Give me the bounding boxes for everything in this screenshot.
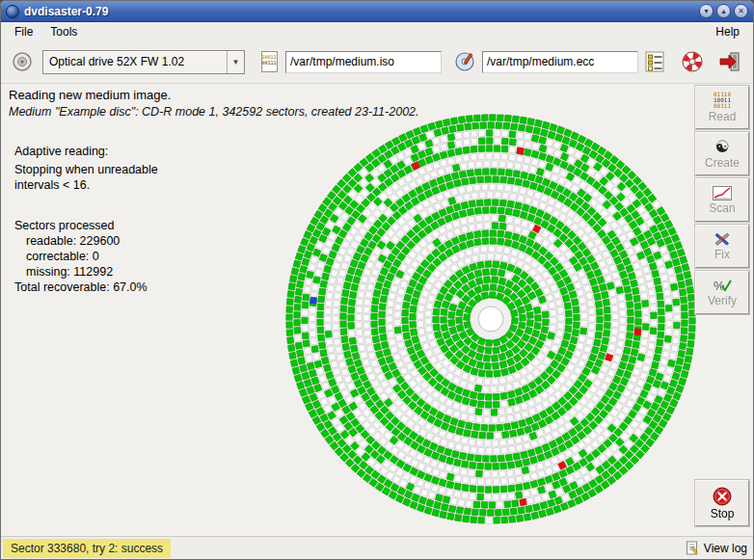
- main-content: Reading new medium image. Medium "Exampl…: [1, 84, 753, 536]
- lifesaver-icon: [681, 50, 704, 73]
- iso-file-icon: 10011 00111: [256, 48, 282, 75]
- preferences-button[interactable]: [640, 47, 669, 76]
- drive-icon: [11, 50, 34, 73]
- stopping-condition-line2: intervals < 16.: [14, 177, 158, 193]
- svg-text:%: %: [714, 279, 725, 293]
- disc-sector-visualization: [276, 104, 706, 534]
- drive-combobox[interactable]: Optical drive 52X FW 1.02 ▼: [42, 50, 245, 74]
- sectors-missing: missing: 112992: [14, 264, 158, 280]
- stop-icon: [713, 487, 732, 506]
- preferences-icon: [644, 50, 665, 73]
- sectors-processed-label: Sectors processed: [14, 218, 158, 233]
- app-window: dvdisaster-0.79 ▾ ▴ ✕ File Tools Help Op…: [0, 0, 754, 560]
- titlebar[interactable]: dvdisaster-0.79 ▾ ▴ ✕: [1, 1, 753, 22]
- chevron-down-icon: ▼: [227, 51, 244, 73]
- menu-file[interactable]: File: [10, 24, 38, 40]
- window-title: dvdisaster-0.79: [24, 5, 108, 18]
- scan-button[interactable]: Scan: [695, 178, 749, 222]
- fix-button[interactable]: Fix: [695, 225, 749, 268]
- drive-combobox-value: Optical drive 52X FW 1.02: [43, 55, 227, 68]
- verify-button[interactable]: % Verify: [695, 271, 749, 314]
- scan-icon: [713, 186, 732, 200]
- close-button[interactable]: ✕: [734, 4, 748, 18]
- view-log-label: View log: [704, 542, 747, 555]
- quit-icon: [718, 50, 741, 73]
- toolbar: Optical drive 52X FW 1.02 ▼ 10011 00111: [1, 40, 753, 84]
- quit-button[interactable]: [715, 47, 744, 76]
- iso-path-input[interactable]: [285, 51, 442, 73]
- status-message: Sector 333680, try 2: success: [3, 539, 171, 558]
- stopping-condition-line1: Stopping when unreadable: [14, 162, 158, 177]
- verify-icon: %: [713, 278, 732, 293]
- fix-icon: [714, 231, 731, 247]
- ecc-path-input[interactable]: [482, 51, 638, 73]
- sectors-correctable: correctable: 0: [14, 249, 158, 264]
- read-button[interactable]: 01110 10011 00111 Read: [695, 86, 749, 129]
- reading-info-panel: Adaptive reading: Stopping when unreadab…: [14, 144, 158, 295]
- menubar: File Tools Help: [1, 22, 753, 40]
- status-headline: Reading new medium image.: [9, 88, 753, 102]
- create-button[interactable]: ☯ Create: [695, 132, 749, 175]
- menu-tools[interactable]: Tools: [45, 24, 82, 40]
- minimize-button[interactable]: ▾: [699, 4, 714, 18]
- help-button[interactable]: [678, 47, 707, 76]
- adaptive-reading-label: Adaptive reading:: [14, 144, 158, 159]
- total-recoverable: Total recoverable: 67.0%: [14, 280, 158, 295]
- create-icon: ☯: [714, 139, 729, 155]
- log-icon: [686, 541, 700, 555]
- read-icon: 01110 10011 00111: [714, 92, 731, 109]
- ecc-file-icon: [453, 48, 478, 75]
- sectors-readable: readable: 229600: [14, 233, 158, 249]
- maximize-button[interactable]: ▴: [716, 4, 731, 18]
- view-log-button[interactable]: View log: [686, 541, 747, 555]
- menu-help[interactable]: Help: [711, 24, 744, 40]
- drive-select-button[interactable]: [8, 47, 37, 76]
- app-icon: [6, 5, 19, 18]
- stop-button[interactable]: Stop: [695, 480, 749, 526]
- action-sidebar: 01110 10011 00111 Read ☯ Create Scan: [695, 86, 749, 532]
- statusbar: Sector 333680, try 2: success View log: [1, 536, 753, 559]
